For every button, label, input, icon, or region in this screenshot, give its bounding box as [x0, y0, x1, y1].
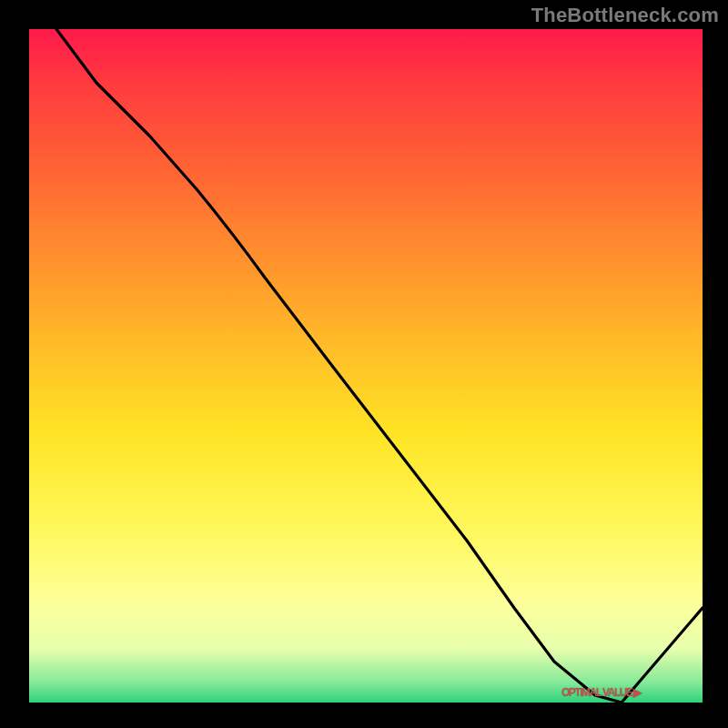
plot-area: OPTIMAL VALUE ▶ — [27, 27, 704, 704]
bottleneck-curve-path — [56, 29, 703, 703]
chart-root: TheBottleneck.com OPTIMAL VALUE ▶ — [0, 0, 728, 728]
curve-svg — [29, 29, 703, 703]
optimal-value-label: OPTIMAL VALUE ▶ — [561, 686, 641, 699]
watermark-text: TheBottleneck.com — [531, 4, 719, 27]
